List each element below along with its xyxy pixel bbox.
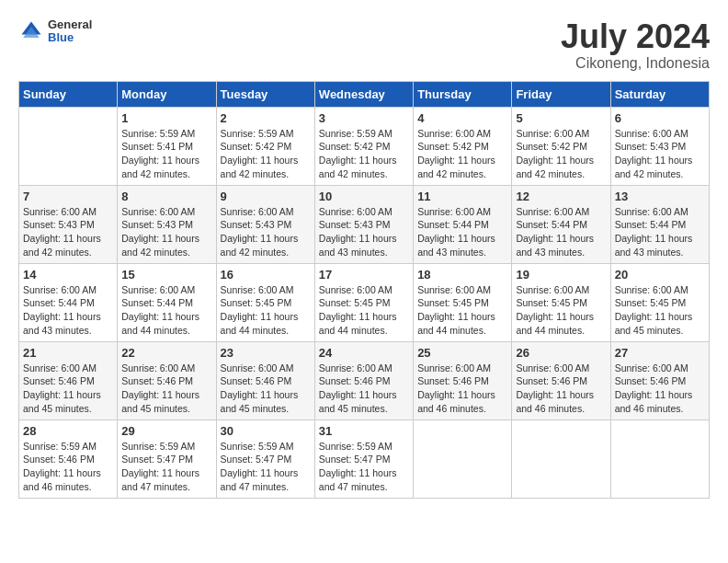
day-detail: Sunrise: 6:00 AM Sunset: 5:44 PM Dayligh…	[121, 283, 211, 338]
title-block: July 2024 Cikoneng, Indonesia	[561, 18, 710, 72]
day-number: 19	[516, 268, 606, 282]
calendar-cell: 19Sunrise: 6:00 AM Sunset: 5:45 PM Dayli…	[512, 263, 610, 341]
calendar-cell: 1Sunrise: 5:59 AM Sunset: 5:41 PM Daylig…	[118, 107, 216, 185]
logo: General Blue	[18, 18, 92, 45]
day-number: 5	[516, 111, 606, 125]
day-number: 30	[221, 424, 311, 438]
calendar-cell: 20Sunrise: 6:00 AM Sunset: 5:45 PM Dayli…	[610, 263, 709, 341]
day-detail: Sunrise: 6:00 AM Sunset: 5:43 PM Dayligh…	[615, 127, 705, 181]
calendar-cell: 12Sunrise: 6:00 AM Sunset: 5:44 PM Dayli…	[512, 185, 610, 263]
calendar-table: SundayMondayTuesdayWednesdayThursdayFrid…	[18, 81, 710, 499]
calendar-cell: 26Sunrise: 6:00 AM Sunset: 5:46 PM Dayli…	[512, 341, 610, 419]
day-detail: Sunrise: 6:00 AM Sunset: 5:45 PM Dayligh…	[615, 283, 705, 338]
calendar-cell: 13Sunrise: 6:00 AM Sunset: 5:44 PM Dayli…	[610, 185, 709, 263]
day-detail: Sunrise: 5:59 AM Sunset: 5:42 PM Dayligh…	[221, 127, 311, 181]
day-detail: Sunrise: 5:59 AM Sunset: 5:47 PM Dayligh…	[121, 440, 211, 494]
day-number: 22	[121, 346, 211, 360]
calendar-cell: 9Sunrise: 6:00 AM Sunset: 5:43 PM Daylig…	[216, 185, 314, 263]
weekday-header-monday: Monday	[118, 81, 216, 107]
calendar-cell: 15Sunrise: 6:00 AM Sunset: 5:44 PM Dayli…	[118, 263, 216, 341]
month-title: July 2024	[561, 18, 710, 55]
day-number: 26	[516, 346, 606, 360]
day-number: 3	[319, 111, 409, 125]
calendar-cell: 22Sunrise: 6:00 AM Sunset: 5:46 PM Dayli…	[118, 341, 216, 419]
calendar-cell	[19, 107, 118, 185]
week-row-2: 7Sunrise: 6:00 AM Sunset: 5:43 PM Daylig…	[19, 185, 710, 263]
week-row-3: 14Sunrise: 6:00 AM Sunset: 5:44 PM Dayli…	[19, 263, 710, 341]
day-number: 8	[121, 190, 211, 203]
calendar-cell: 4Sunrise: 6:00 AM Sunset: 5:42 PM Daylig…	[414, 107, 512, 185]
calendar-cell: 11Sunrise: 6:00 AM Sunset: 5:44 PM Dayli…	[414, 185, 512, 263]
day-number: 16	[221, 268, 311, 282]
calendar-cell: 16Sunrise: 6:00 AM Sunset: 5:45 PM Dayli…	[216, 263, 314, 341]
weekday-header-friday: Friday	[512, 81, 610, 107]
calendar-cell: 28Sunrise: 5:59 AM Sunset: 5:46 PM Dayli…	[19, 419, 118, 498]
day-detail: Sunrise: 5:59 AM Sunset: 5:46 PM Dayligh…	[23, 440, 113, 494]
weekday-header-tuesday: Tuesday	[216, 81, 314, 107]
calendar-cell: 21Sunrise: 6:00 AM Sunset: 5:46 PM Dayli…	[19, 341, 118, 419]
calendar-cell: 2Sunrise: 5:59 AM Sunset: 5:42 PM Daylig…	[216, 107, 314, 185]
day-detail: Sunrise: 5:59 AM Sunset: 5:47 PM Dayligh…	[319, 440, 409, 494]
day-number: 18	[417, 268, 507, 282]
weekday-header-wednesday: Wednesday	[314, 81, 413, 107]
day-detail: Sunrise: 5:59 AM Sunset: 5:42 PM Dayligh…	[319, 127, 409, 181]
calendar-cell: 14Sunrise: 6:00 AM Sunset: 5:44 PM Dayli…	[19, 263, 118, 341]
day-detail: Sunrise: 5:59 AM Sunset: 5:41 PM Dayligh…	[121, 127, 211, 181]
logo-blue: Blue	[48, 31, 92, 44]
day-detail: Sunrise: 6:00 AM Sunset: 5:46 PM Dayligh…	[23, 362, 113, 416]
day-detail: Sunrise: 6:00 AM Sunset: 5:44 PM Dayligh…	[516, 205, 606, 259]
day-detail: Sunrise: 6:00 AM Sunset: 5:43 PM Dayligh…	[221, 205, 311, 259]
day-number: 9	[221, 190, 311, 203]
week-row-5: 28Sunrise: 5:59 AM Sunset: 5:46 PM Dayli…	[19, 419, 710, 498]
day-number: 4	[417, 111, 507, 125]
logo-general: General	[48, 18, 92, 31]
week-row-4: 21Sunrise: 6:00 AM Sunset: 5:46 PM Dayli…	[19, 341, 710, 419]
calendar-cell: 25Sunrise: 6:00 AM Sunset: 5:46 PM Dayli…	[414, 341, 512, 419]
day-number: 17	[319, 268, 409, 282]
day-detail: Sunrise: 6:00 AM Sunset: 5:45 PM Dayligh…	[417, 283, 507, 338]
day-number: 2	[221, 111, 311, 125]
day-number: 21	[23, 346, 113, 360]
day-detail: Sunrise: 6:00 AM Sunset: 5:44 PM Dayligh…	[615, 205, 705, 259]
weekday-header-thursday: Thursday	[414, 81, 512, 107]
day-number: 23	[221, 346, 311, 360]
calendar-cell	[610, 419, 709, 498]
day-number: 29	[121, 424, 211, 438]
calendar-cell	[512, 419, 610, 498]
day-detail: Sunrise: 6:00 AM Sunset: 5:45 PM Dayligh…	[221, 283, 311, 338]
calendar-cell: 31Sunrise: 5:59 AM Sunset: 5:47 PM Dayli…	[314, 419, 413, 498]
day-number: 1	[121, 111, 211, 125]
calendar-cell: 29Sunrise: 5:59 AM Sunset: 5:47 PM Dayli…	[118, 419, 216, 498]
day-number: 7	[23, 190, 113, 203]
day-detail: Sunrise: 6:00 AM Sunset: 5:44 PM Dayligh…	[417, 205, 507, 259]
day-detail: Sunrise: 6:00 AM Sunset: 5:43 PM Dayligh…	[319, 205, 409, 259]
calendar-cell: 5Sunrise: 6:00 AM Sunset: 5:42 PM Daylig…	[512, 107, 610, 185]
day-number: 14	[23, 268, 113, 282]
day-number: 24	[319, 346, 409, 360]
day-detail: Sunrise: 6:00 AM Sunset: 5:46 PM Dayligh…	[516, 362, 606, 416]
day-detail: Sunrise: 6:00 AM Sunset: 5:43 PM Dayligh…	[23, 205, 113, 259]
calendar-cell: 24Sunrise: 6:00 AM Sunset: 5:46 PM Dayli…	[314, 341, 413, 419]
calendar-cell: 8Sunrise: 6:00 AM Sunset: 5:43 PM Daylig…	[118, 185, 216, 263]
calendar-cell	[414, 419, 512, 498]
weekday-header-saturday: Saturday	[610, 81, 709, 107]
calendar-cell: 17Sunrise: 6:00 AM Sunset: 5:45 PM Dayli…	[314, 263, 413, 341]
day-number: 11	[417, 190, 507, 203]
calendar-cell: 27Sunrise: 6:00 AM Sunset: 5:46 PM Dayli…	[610, 341, 709, 419]
day-detail: Sunrise: 6:00 AM Sunset: 5:46 PM Dayligh…	[615, 362, 705, 416]
logo-text: General Blue	[48, 18, 92, 45]
calendar-cell: 18Sunrise: 6:00 AM Sunset: 5:45 PM Dayli…	[414, 263, 512, 341]
day-detail: Sunrise: 6:00 AM Sunset: 5:45 PM Dayligh…	[516, 283, 606, 338]
day-detail: Sunrise: 6:00 AM Sunset: 5:46 PM Dayligh…	[121, 362, 211, 416]
calendar-cell: 3Sunrise: 5:59 AM Sunset: 5:42 PM Daylig…	[314, 107, 413, 185]
location: Cikoneng, Indonesia	[561, 55, 710, 72]
day-number: 10	[319, 190, 409, 203]
weekday-header-sunday: Sunday	[19, 81, 118, 107]
day-detail: Sunrise: 6:00 AM Sunset: 5:44 PM Dayligh…	[23, 283, 113, 338]
calendar-cell: 7Sunrise: 6:00 AM Sunset: 5:43 PM Daylig…	[19, 185, 118, 263]
page-header: General Blue July 2024 Cikoneng, Indones…	[18, 18, 710, 72]
day-number: 25	[417, 346, 507, 360]
day-detail: Sunrise: 6:00 AM Sunset: 5:45 PM Dayligh…	[319, 283, 409, 338]
day-detail: Sunrise: 6:00 AM Sunset: 5:46 PM Dayligh…	[319, 362, 409, 416]
day-detail: Sunrise: 5:59 AM Sunset: 5:47 PM Dayligh…	[221, 440, 311, 494]
